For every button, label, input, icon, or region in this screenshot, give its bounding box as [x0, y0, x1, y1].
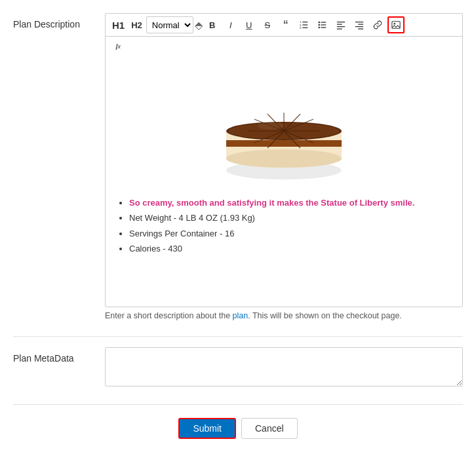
list-item: Servings Per Container - 16	[129, 226, 452, 241]
metadata-input[interactable]	[105, 347, 463, 386]
align-right-button[interactable]	[351, 16, 368, 33]
strikethrough-button[interactable]: S	[259, 16, 276, 33]
unordered-list-button[interactable]	[314, 16, 331, 33]
editor-toolbar-row1: H1 H2 Normal ⬘ B I U S “ 1.2.3.	[106, 14, 462, 37]
svg-point-6	[318, 22, 320, 24]
format-select[interactable]: Normal	[146, 16, 193, 33]
h2-button[interactable]: H2	[129, 16, 145, 33]
page-wrapper: Plan Description H1 H2 Normal ⬘ B I U S …	[0, 0, 476, 465]
bold-button[interactable]: B	[204, 16, 221, 33]
plan-description-row: Plan Description H1 H2 Normal ⬘ B I U S …	[13, 13, 463, 320]
svg-point-28	[226, 149, 342, 168]
align-left-button[interactable]	[332, 16, 349, 33]
plan-description-field: H1 H2 Normal ⬘ B I U S “ 1.2.3.	[105, 13, 463, 320]
italic-button[interactable]: I	[222, 16, 239, 33]
submit-button[interactable]: Submit	[178, 418, 236, 439]
plan-metadata-label: Plan MetaData	[13, 347, 105, 366]
list-item: Calories - 430	[129, 241, 452, 256]
quote-button[interactable]: “	[277, 16, 294, 33]
list-item: Net Weight - 4 LB 4 OZ (1.93 Kg)	[129, 210, 452, 225]
underline-button[interactable]: U	[241, 16, 258, 33]
link-button[interactable]	[369, 16, 386, 33]
editor-body[interactable]: So creamy, smooth and satisfying it make…	[106, 58, 462, 307]
section-divider	[13, 336, 463, 337]
clear-format-button[interactable]: Ix	[109, 38, 127, 55]
svg-point-21	[393, 23, 395, 25]
svg-rect-26	[226, 140, 342, 147]
expand-icon[interactable]: ⬘	[195, 19, 203, 31]
editor-toolbar-row2: Ix	[106, 37, 462, 58]
cake-image-area	[116, 73, 452, 185]
form-buttons: Submit Cancel	[13, 418, 463, 452]
editor-hint: Enter a short description about the plan…	[105, 311, 463, 320]
ordered-list-button[interactable]: 1.2.3.	[296, 16, 313, 33]
h1-button[interactable]: H1	[109, 16, 127, 33]
svg-point-43	[258, 122, 284, 130]
description-list: So creamy, smooth and satisfying it make…	[116, 195, 452, 257]
plan-metadata-row: Plan MetaData	[13, 347, 463, 388]
cancel-button[interactable]: Cancel	[241, 418, 298, 439]
svg-point-8	[318, 24, 320, 26]
bottom-divider	[13, 404, 463, 405]
svg-text:3.: 3.	[300, 26, 302, 29]
plan-link[interactable]: plan	[233, 311, 248, 320]
list-item: So creamy, smooth and satisfying it make…	[129, 195, 452, 210]
image-button[interactable]	[387, 16, 405, 33]
plan-metadata-field	[105, 347, 463, 388]
rich-text-editor: H1 H2 Normal ⬘ B I U S “ 1.2.3.	[105, 13, 463, 307]
cake-image	[218, 73, 349, 185]
plan-description-label: Plan Description	[13, 13, 105, 31]
svg-point-10	[318, 27, 320, 29]
